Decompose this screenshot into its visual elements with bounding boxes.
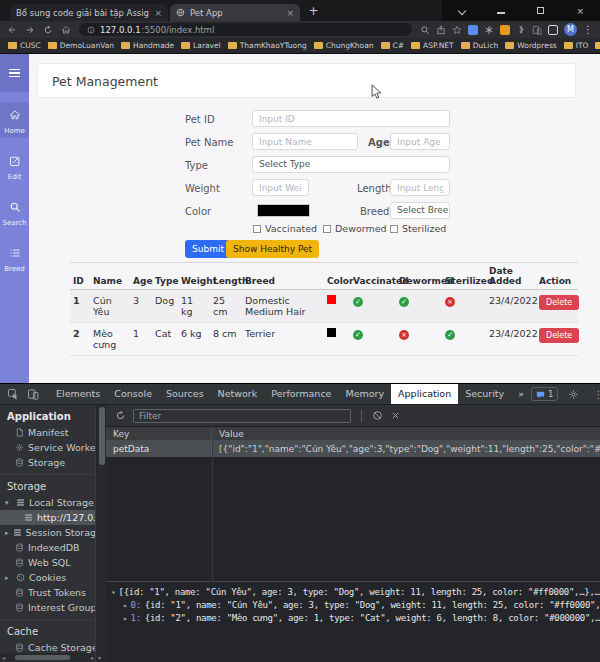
scrollbar-thumb[interactable]	[99, 407, 105, 465]
value-column-header[interactable]: Value	[212, 429, 600, 439]
horizontal-scrollbar[interactable]: ◂ ▸	[0, 653, 96, 661]
chevron-down-icon[interactable]	[455, 6, 469, 16]
pet-id-input[interactable]	[252, 110, 450, 127]
devtools-tab-application[interactable]: Application	[391, 384, 458, 404]
refresh-icon[interactable]	[115, 410, 126, 421]
sterilized-checkbox[interactable]	[390, 225, 398, 233]
delete-selected-icon[interactable]	[390, 410, 401, 421]
scroll-down-icon[interactable]: ▾	[98, 654, 101, 661]
bookmark-star-icon[interactable]	[452, 25, 462, 35]
expand-arrow-icon[interactable]: ▾	[5, 499, 12, 507]
bookmark-item[interactable]: ChungKhoan	[314, 41, 374, 50]
url-omnibox[interactable]: 127.0.0.1 :5500/index.html	[79, 23, 412, 36]
sidebar-menu-toggle[interactable]	[0, 54, 29, 92]
tree-item-storage[interactable]: Storage	[0, 455, 95, 470]
close-tab-icon[interactable]: ×	[154, 8, 162, 18]
submit-button[interactable]: Submit	[185, 240, 231, 258]
breed-select[interactable]: Select Breed	[390, 202, 450, 219]
bookmark-item[interactable]: Laravel	[181, 41, 221, 50]
bookmark-item[interactable]: ITO	[564, 41, 589, 50]
weight-input[interactable]	[252, 179, 309, 196]
reload-icon[interactable]	[43, 25, 53, 35]
back-icon[interactable]	[7, 25, 17, 35]
collapsed-arrow-icon[interactable]: ▸	[123, 601, 128, 610]
collapsed-arrow-icon[interactable]: ▸	[123, 614, 128, 623]
bookmark-item[interactable]: DemoLuanVan	[48, 41, 114, 50]
profile-avatar[interactable]: M	[564, 23, 577, 36]
tree-item-session-storage[interactable]: ▸Session Storage	[0, 525, 95, 540]
more-tabs-icon[interactable]: »	[511, 384, 531, 404]
dewormed-checkbox[interactable]	[323, 225, 331, 233]
tree-item-interest-groups[interactable]: Interest Groups	[0, 600, 95, 615]
tree-item-web-sql[interactable]: Web SQL	[0, 555, 95, 570]
devtools-tab-network[interactable]: Network	[211, 384, 265, 404]
bookmark-item[interactable]: ASP.NET	[411, 41, 454, 50]
close-tab-icon[interactable]: ×	[286, 8, 294, 18]
new-tab-button[interactable]: +	[306, 4, 321, 19]
preview-line[interactable]: ▾[{id: "1", name: "Cún Yêu", age: 3, typ…	[111, 586, 600, 599]
extensions-puzzle-icon[interactable]	[516, 25, 526, 35]
vaccinated-checkbox-group[interactable]: Vaccinated	[253, 223, 317, 234]
devtools-tab-memory[interactable]: Memory	[338, 384, 391, 404]
bookmark-item[interactable]: Kwork	[595, 41, 600, 50]
bookmark-item[interactable]: Handmade	[121, 41, 174, 50]
home-icon[interactable]	[61, 25, 71, 35]
scroll-right-icon[interactable]: ▸	[89, 654, 96, 661]
vaccinated-checkbox[interactable]	[253, 225, 261, 233]
extension-icon-asterisk[interactable]	[484, 25, 494, 35]
tree-item-localstorage-origin[interactable]: http://127.0.0.1:5	[0, 510, 95, 525]
delete-button[interactable]: Delete	[539, 295, 579, 310]
sterilized-checkbox-group[interactable]: Sterilized	[390, 223, 446, 234]
type-select[interactable]: Select Type	[252, 156, 450, 173]
browser-tab-inactive[interactable]: Bổ sung code giải bài tập Assig ×	[10, 4, 168, 21]
sidebar-item-home[interactable]: Home	[0, 102, 29, 138]
key-column-header[interactable]: Key	[106, 429, 212, 439]
bookmark-item[interactable]: CUSC	[8, 41, 41, 50]
tree-item-service-workers[interactable]: Service Workers	[0, 440, 95, 455]
device-toolbar-icon[interactable]	[27, 388, 39, 400]
pet-name-input[interactable]	[252, 133, 358, 150]
issues-badge[interactable]: 1	[531, 387, 558, 401]
tree-item-local-storage[interactable]: ▾Local Storage	[0, 495, 95, 510]
expanded-arrow-icon[interactable]: ▾	[111, 588, 116, 597]
devtools-tab-performance[interactable]: Performance	[264, 384, 338, 404]
bookmark-item[interactable]: C#	[381, 41, 405, 50]
extension-icon-blue[interactable]	[468, 25, 478, 35]
sidebar-item-breed[interactable]: Breed	[0, 240, 29, 276]
vertical-scrollbar[interactable]: ▾	[97, 405, 106, 662]
bookmark-item[interactable]: ThamKhaoYTuong	[228, 41, 307, 50]
age-input[interactable]	[390, 133, 450, 150]
tree-item-trust-tokens[interactable]: Trust Tokens	[0, 585, 95, 600]
devtools-settings-gear-icon[interactable]	[568, 389, 579, 400]
share-icon[interactable]	[436, 25, 446, 35]
preview-line[interactable]: ▸0:{id: "1", name: "Cún Yêu", age: 3, ty…	[111, 599, 600, 612]
storage-row-petdata[interactable]: petData [{"id":"1","name":"Cún Yêu","age…	[106, 441, 600, 457]
devtools-tab-sources[interactable]: Sources	[159, 384, 211, 404]
filter-input[interactable]	[133, 409, 351, 423]
site-info-icon[interactable]	[87, 26, 95, 34]
scrollbar-thumb[interactable]	[15, 655, 70, 660]
collapse-arrow-icon[interactable]: ▸	[5, 529, 9, 537]
delete-button[interactable]: Delete	[539, 328, 579, 343]
bookmark-item[interactable]: DuLich	[461, 41, 499, 50]
search-icon[interactable]	[420, 25, 430, 35]
devtools-tab-console[interactable]: Console	[107, 384, 159, 404]
color-picker-swatch[interactable]	[257, 204, 310, 217]
side-panel-icon[interactable]	[548, 25, 558, 35]
bookmark-item[interactable]: Wordpress	[505, 41, 556, 50]
devtools-tab-security[interactable]: Security	[458, 384, 511, 404]
devtools-tab-elements[interactable]: Elements	[49, 384, 107, 404]
inspect-element-icon[interactable]	[7, 388, 19, 400]
sidebar-item-search[interactable]: Search	[0, 194, 29, 230]
clear-all-icon[interactable]	[372, 410, 383, 421]
devtools-menu-kebab-icon[interactable]: ⋮	[593, 389, 600, 400]
tree-item-manifest[interactable]: Manifest	[0, 425, 95, 440]
close-window-button[interactable]: ×	[573, 6, 587, 16]
show-healthy-pet-button[interactable]: Show Healthy Pet	[226, 240, 319, 258]
collapse-arrow-icon[interactable]: ▸	[5, 574, 12, 582]
sidebar-item-edit[interactable]: Edit	[0, 148, 29, 184]
scroll-left-icon[interactable]: ◂	[0, 654, 7, 661]
tree-item-cookies[interactable]: ▸Cookies	[0, 570, 95, 585]
maximize-button[interactable]	[534, 6, 548, 16]
preview-line[interactable]: ▸1:{id: "2", name: "Mèo cưng", age: 1, t…	[111, 612, 600, 625]
